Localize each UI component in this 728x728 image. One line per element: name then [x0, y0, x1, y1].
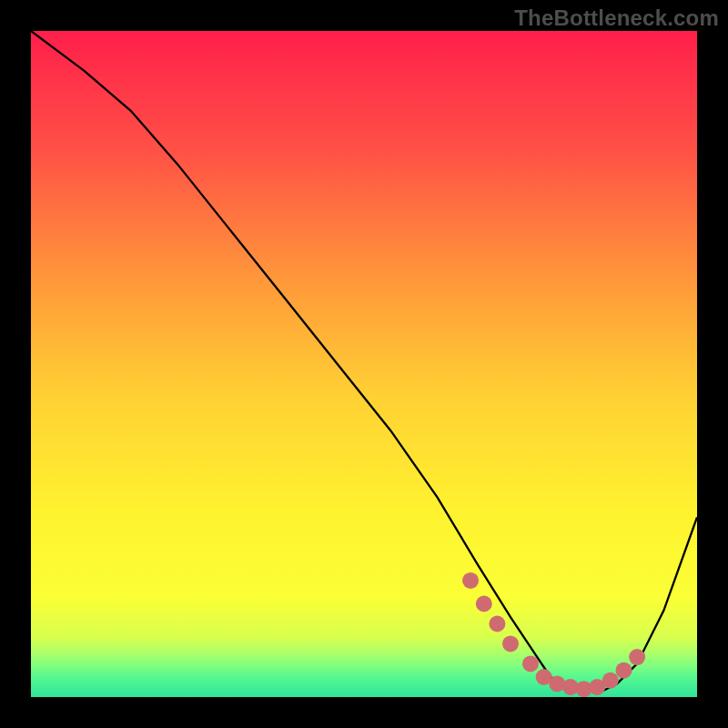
gradient-background	[31, 31, 697, 697]
plot-area	[31, 31, 697, 697]
chart-svg	[31, 31, 697, 697]
data-marker	[629, 649, 645, 665]
data-marker	[616, 662, 632, 679]
data-marker	[489, 616, 505, 632]
data-marker	[602, 672, 619, 689]
data-marker	[522, 655, 539, 672]
watermark-text: TheBottleneck.com	[514, 5, 719, 31]
data-marker	[502, 635, 519, 652]
chart-frame: TheBottleneck.com	[0, 0, 728, 728]
data-marker	[476, 596, 492, 612]
data-marker	[462, 572, 479, 589]
